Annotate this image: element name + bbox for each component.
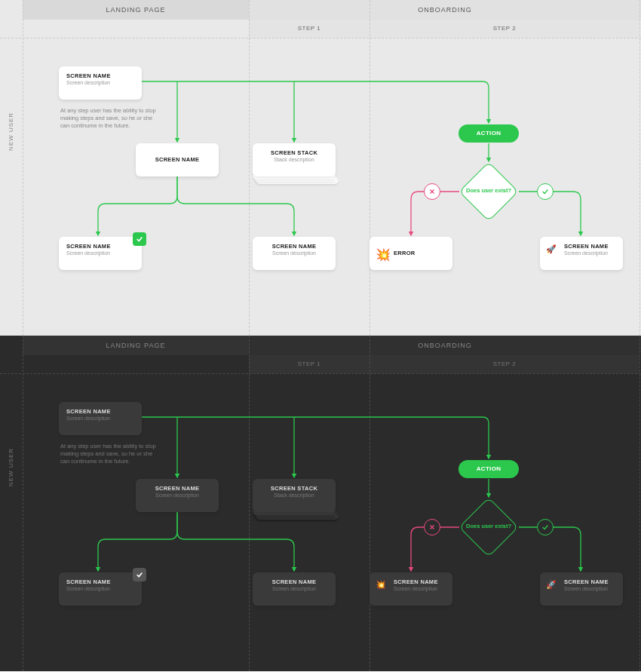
card-desc: Screen description <box>66 80 134 85</box>
card-title: SCREEN NAME <box>260 243 328 250</box>
screen-leaf-a[interactable]: SCREEN NAME Screen description <box>59 237 142 270</box>
card-desc: Screen description <box>394 586 445 591</box>
decision-yes-icon <box>537 183 554 200</box>
card-title: SCREEN NAME <box>564 578 615 585</box>
column-header-step1: STEP 1 <box>249 20 370 38</box>
row-label-new-user: NEW USER <box>8 112 14 151</box>
row-label-new-user: NEW USER <box>8 448 14 486</box>
flowchart-light: LANDING PAGE ONBOARDING STEP 1 STEP 2 NE… <box>0 0 641 336</box>
flowchart-dark: LANDING PAGE ONBOARDING STEP 1 STEP 2 NE… <box>0 336 641 671</box>
screen-error[interactable]: 💥 SCREEN NAME Screen description <box>370 572 452 606</box>
decision-label: Does user exist? <box>459 187 519 194</box>
column-header-step2: STEP 2 <box>370 20 639 38</box>
action-pill[interactable]: ACTION <box>459 460 519 478</box>
card-desc: Screen description <box>564 250 615 256</box>
rocket-icon: 🚀 <box>546 580 557 591</box>
screen-leaf-b[interactable]: SCREEN NAME Screen description <box>253 237 336 270</box>
card-desc: Screen description <box>143 492 211 498</box>
card-title: SCREEN NAME <box>260 578 328 585</box>
collision-icon: 💥 <box>376 247 386 258</box>
screen-root[interactable]: SCREEN NAME Screen description <box>59 66 142 100</box>
decision-yes-icon <box>537 519 554 535</box>
decision-diamond[interactable]: Does user exist? <box>459 497 519 557</box>
card-title: ERROR <box>394 250 445 256</box>
card-desc: Screen description <box>564 586 615 591</box>
card-desc: Screen description <box>260 586 328 591</box>
card-desc: Screen description <box>66 416 134 421</box>
column-header-landing: LANDING PAGE <box>23 0 249 20</box>
card-title: SCREEN NAME <box>66 243 134 250</box>
column-header-landing: LANDING PAGE <box>23 336 249 355</box>
column-header-onboarding: ONBOARDING <box>249 0 641 20</box>
checkmark-icon <box>133 232 146 246</box>
decision-no-icon <box>424 183 440 200</box>
rocket-icon: 🚀 <box>546 244 557 255</box>
decision-label: Does user exist? <box>459 523 519 529</box>
card-desc: Screen description <box>66 586 134 591</box>
screen-mid[interactable]: SCREEN NAME <box>136 143 219 176</box>
screen-success[interactable]: 🚀 SCREEN NAME Screen description <box>540 237 623 270</box>
column-header-onboarding: ONBOARDING <box>249 336 641 355</box>
card-title: SCREEN NAME <box>564 243 615 250</box>
screen-leaf-b[interactable]: SCREEN NAME Screen description <box>253 572 336 606</box>
screen-success[interactable]: 🚀 SCREEN NAME Screen description <box>540 572 623 606</box>
card-desc: Screen description <box>260 250 328 256</box>
card-desc: Screen description <box>66 250 134 256</box>
collision-icon: 💥 <box>376 580 386 591</box>
card-title: SCREEN STACK <box>260 149 328 156</box>
card-title: SCREEN NAME <box>143 485 211 492</box>
card-title: SCREEN NAME <box>394 578 445 585</box>
column-header-step2: STEP 2 <box>370 355 639 373</box>
screen-stack[interactable]: SCREEN STACK Stack description <box>253 479 336 512</box>
decision-diamond[interactable]: Does user exist? <box>459 161 519 222</box>
card-title: SCREEN NAME <box>66 408 134 415</box>
screen-stack[interactable]: SCREEN STACK Stack description <box>253 143 336 176</box>
column-header-step1: STEP 1 <box>249 355 370 373</box>
checkmark-icon <box>133 568 146 581</box>
screen-mid[interactable]: SCREEN NAME Screen description <box>136 479 219 512</box>
decision-no-icon <box>424 519 440 535</box>
card-title: SCREEN NAME <box>66 72 134 79</box>
screen-leaf-a[interactable]: SCREEN NAME Screen description <box>59 572 142 606</box>
note-text: At any step user has the ability to stop… <box>60 107 158 130</box>
card-desc: Stack description <box>260 492 328 498</box>
card-desc: Stack description <box>260 157 328 162</box>
screen-root[interactable]: SCREEN NAME Screen description <box>59 402 142 435</box>
card-title: SCREEN NAME <box>143 156 211 163</box>
card-title: SCREEN NAME <box>66 578 134 585</box>
action-pill[interactable]: ACTION <box>459 124 519 143</box>
screen-error[interactable]: 💥 ERROR <box>370 237 452 270</box>
note-text: At any step user has the ability to stop… <box>60 443 158 465</box>
card-title: SCREEN STACK <box>260 485 328 492</box>
